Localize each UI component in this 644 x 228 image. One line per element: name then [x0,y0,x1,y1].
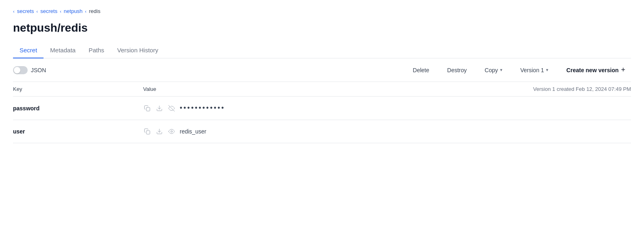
download-icon [156,128,163,135]
create-version-label: Create new version [566,67,618,73]
copy-label: Copy [485,67,498,73]
masked-value-password: •••••••••••• [180,104,225,112]
json-toggle[interactable] [13,66,28,74]
download-icon-password[interactable] [155,104,163,112]
breadcrumb-chevron-3: ‹ [60,9,61,14]
version-button[interactable]: Version 1 ▾ [515,65,554,76]
breadcrumb-chevron-4: ‹ [85,9,87,14]
table-header: Key Value Version 1 created Feb 12, 2024… [13,82,631,97]
eye-off-icon [168,105,175,112]
clipboard-icon [144,105,150,112]
version-info: Version 1 created Feb 12, 2024 07:49 PM [533,86,631,92]
breadcrumb: ‹ secrets ‹ secrets ‹ netpush ‹ redis [13,8,631,14]
toggle-visibility-icon-password[interactable] [168,104,176,112]
tabs-container: Secret Metadata Paths Version History [13,43,631,58]
table-row: user redis_user [13,120,631,143]
create-version-plus-icon: + [621,66,625,74]
row-key-password: password [13,105,143,112]
json-label: JSON [31,67,46,73]
copy-button[interactable]: Copy ▾ [479,65,508,76]
plain-value-user: redis_user [180,128,206,135]
version-label: Version 1 [520,67,544,73]
copy-value-icon-password[interactable] [143,104,151,112]
download-icon [156,105,163,112]
copy-value-icon-user[interactable] [143,127,151,136]
clipboard-icon [144,128,150,135]
create-version-button[interactable]: Create new version + [561,63,631,77]
tab-secret[interactable]: Secret [13,43,44,58]
eye-icon [168,128,175,135]
svg-rect-0 [146,108,150,111]
tab-version-history[interactable]: Version History [111,43,165,58]
download-icon-user[interactable] [155,127,163,136]
page-title: netpush/redis [13,22,631,34]
toggle-knob [14,67,20,73]
toggle-visibility-icon-user[interactable] [168,127,176,136]
page-container: ‹ secrets ‹ secrets ‹ netpush ‹ redis ne… [0,0,644,151]
row-key-user: user [13,128,143,135]
delete-button[interactable]: Delete [407,65,435,76]
json-toggle-container: JSON [13,66,46,74]
breadcrumb-item-netpush[interactable]: netpush [64,8,83,14]
breadcrumb-current: redis [89,8,100,14]
row-value-area-user: redis_user [143,127,631,136]
version-chevron-icon: ▾ [546,67,548,73]
col-header-value: Value [143,86,533,92]
destroy-button[interactable]: Destroy [442,65,472,76]
copy-chevron-icon: ▾ [500,67,503,73]
col-header-key: Key [13,86,143,92]
svg-point-5 [171,131,172,132]
breadcrumb-item-secrets-2[interactable]: secrets [40,8,57,14]
toolbar: JSON Delete Destroy Copy ▾ Version 1 ▾ C… [13,58,631,82]
breadcrumb-chevron-2: ‹ [37,9,38,14]
breadcrumb-item-secrets-1[interactable]: secrets [17,8,34,14]
tab-paths[interactable]: Paths [82,43,111,58]
row-value-area-password: •••••••••••• [143,104,631,112]
tab-metadata[interactable]: Metadata [44,43,82,58]
table-row: password [13,97,631,120]
svg-rect-3 [146,131,150,134]
breadcrumb-chevron-1: ‹ [13,9,15,14]
